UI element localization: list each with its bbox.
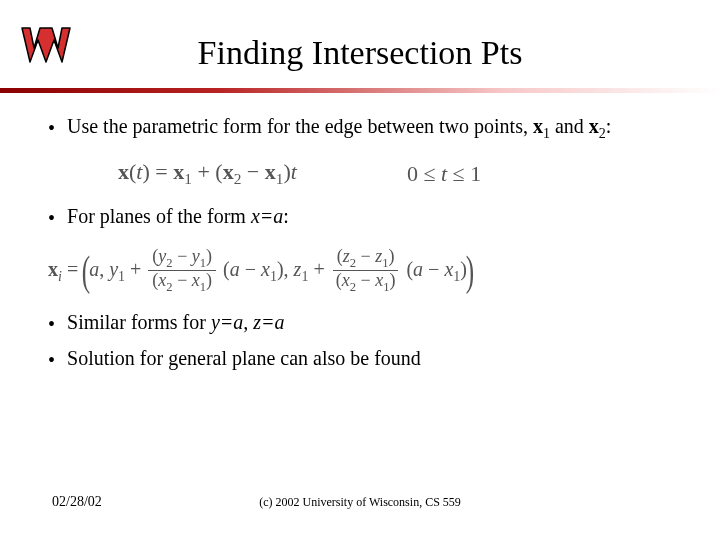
b2-pre: For planes of the form (67, 205, 251, 227)
slide: Finding Intersection Pts • Use the param… (0, 0, 720, 540)
wisconsin-logo (18, 22, 74, 70)
b1-and: and (550, 115, 589, 137)
bullet-2-text: For planes of the form x=a: (67, 203, 289, 229)
b3-eq: y=a, z=a (211, 311, 285, 333)
bullet-3-text: Similar forms for y=a, z=a (67, 309, 285, 335)
equation-1-right: 0 ≤ t ≤ 1 (407, 161, 481, 187)
bullet-1: • Use the parametric form for the edge b… (48, 113, 672, 143)
equation-2: xi = (a, y1 + (y2 − y1) (x2 − x1) (a − x… (48, 247, 473, 295)
slide-content: • Use the parametric form for the edge b… (0, 93, 720, 373)
bullet-3: • Similar forms for y=a, z=a (48, 309, 672, 337)
equation-2-row: xi = (a, y1 + (y2 − y1) (x2 − x1) (a − x… (48, 239, 672, 309)
b3-pre: Similar forms for (67, 311, 211, 333)
footer-date: 02/28/02 (0, 494, 102, 510)
bullet-2: • For planes of the form x=a: (48, 203, 672, 231)
footer-copyright: (c) 2002 University of Wisconsin, CS 559 (259, 495, 461, 510)
equation-1-left: x(t) = x1 + (x2 − x1)t (118, 159, 297, 188)
bullet-dot: • (48, 311, 55, 337)
bullet-dot: • (48, 115, 55, 141)
b1-post: : (606, 115, 612, 137)
bullet-4: • Solution for general plane can also be… (48, 345, 672, 373)
bullet-dot: • (48, 347, 55, 373)
b1-sub2: 2 (599, 126, 606, 141)
w-logo-icon (18, 22, 74, 70)
equation-1-row: x(t) = x1 + (x2 − x1)t 0 ≤ t ≤ 1 (48, 151, 672, 202)
b1-sub1: 1 (543, 126, 550, 141)
bullet-4-text: Solution for general plane can also be f… (67, 345, 421, 371)
b1-x2: x (589, 115, 599, 137)
bullet-1-text: Use the parametric form for the edge bet… (67, 113, 611, 143)
b2-eq: x=a (251, 205, 283, 227)
slide-footer: 02/28/02 (c) 2002 University of Wisconsi… (0, 494, 720, 510)
bullet-1-pre: Use the parametric form for the edge bet… (67, 115, 533, 137)
b2-post: : (283, 205, 289, 227)
bullet-dot: • (48, 205, 55, 231)
slide-title: Finding Intersection Pts (0, 0, 720, 72)
b1-x1: x (533, 115, 543, 137)
